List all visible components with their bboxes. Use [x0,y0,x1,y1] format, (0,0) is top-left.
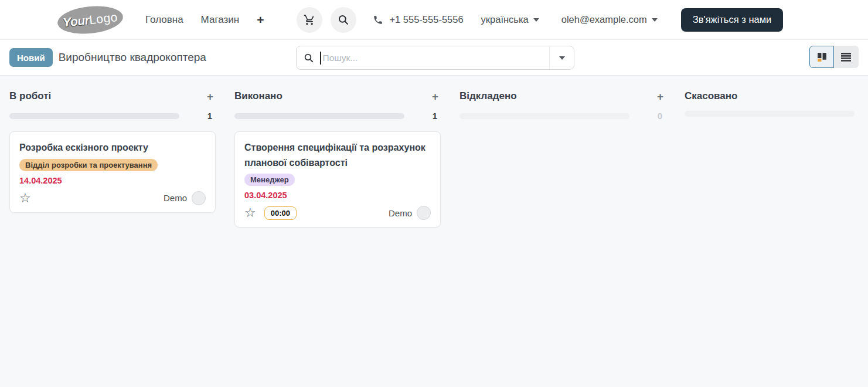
language-label: українська [481,14,529,25]
column-progress: 1 [9,111,216,121]
avatar[interactable] [417,206,431,220]
column-title: Виконано [234,90,282,102]
star-icon[interactable]: ☆ [19,192,31,205]
kanban-column-in-progress: В роботі + 1 Розробка ескізного проекту … [9,87,216,228]
column-progress [685,111,868,117]
card-deadline: 03.04.2025 [244,191,431,200]
search-filters-toggle[interactable] [549,46,574,69]
card-deadline: 14.04.2025 [19,176,206,185]
chevron-down-icon [533,18,539,22]
kanban-column-done: Виконано + 1 Створення специфікації та р… [234,87,441,228]
cart-button[interactable] [297,7,322,33]
assignee-name: Demo [164,193,187,203]
card-tag[interactable]: Менеджер [244,174,295,186]
star-icon[interactable]: ☆ [244,206,256,219]
column-progress-bar[interactable] [234,113,404,119]
timer-badge[interactable]: 00:00 [264,206,297,220]
assignee-name: Demo [389,208,412,218]
control-bar: Новий Виробництво квадрокоптера [0,40,868,76]
logo-text-bold: Your [62,13,90,30]
logo-text-light: Logo [88,10,118,27]
card-title: Розробка ескізного проекту [19,140,206,155]
kanban-view-icon [817,52,827,62]
kanban-column-postponed: Відкладено + 0 [459,87,666,228]
language-selector[interactable]: українська [481,14,539,25]
avatar[interactable] [192,191,206,205]
phone-link[interactable]: +1 555-555-5556 [373,14,463,25]
main-nav: Головна Магазин + [145,13,264,26]
card-tag[interactable]: Відділ розробки та проектування [19,159,158,171]
contact-us-button[interactable]: Зв'яжіться з нами [681,8,783,32]
list-view-icon [841,53,851,62]
column-title: Відкладено [459,90,517,102]
column-count: 1 [404,111,441,121]
kanban-card[interactable]: Розробка ескізного проекту Відділ розроб… [9,131,216,213]
column-count: 0 [629,111,666,121]
kanban-column-cancelled: Скасовано + [685,87,868,228]
account-email: oleh@example.com [561,14,647,25]
column-progress-bar[interactable] [9,113,179,119]
kanban-board: В роботі + 1 Розробка ескізного проекту … [0,76,868,228]
search-icon [338,14,349,26]
site-logo[interactable]: YourLogo [56,3,124,36]
new-record-button[interactable]: Новий [9,48,53,67]
cart-icon [304,14,315,26]
add-card-button[interactable]: + [430,91,441,102]
column-title: Скасовано [685,90,737,102]
chevron-down-icon [559,56,565,60]
column-count: 1 [179,111,216,121]
card-title: Створення специфікації та розрахунок пла… [244,140,431,170]
column-progress: 1 [234,111,441,121]
column-title: В роботі [9,90,51,102]
header-icon-group [297,7,356,33]
search-input[interactable] [321,53,550,63]
column-progress-bar[interactable] [685,111,855,117]
search-box[interactable] [296,46,574,70]
column-progress-bar[interactable] [459,113,629,119]
kanban-view-button[interactable] [809,46,834,68]
nav-home-link[interactable]: Головна [145,14,183,26]
add-card-button[interactable]: + [205,91,216,102]
search-icon [304,53,314,63]
nav-shop-link[interactable]: Магазин [201,14,240,26]
kanban-card[interactable]: Створення специфікації та розрахунок пла… [234,131,441,228]
account-selector[interactable]: oleh@example.com [561,14,658,25]
list-view-button[interactable] [834,46,859,68]
add-card-button[interactable]: + [655,91,666,102]
view-switcher [809,46,859,68]
phone-icon [373,15,383,25]
site-header: YourLogo Головна Магазин + [0,0,868,40]
page-title: Виробництво квадрокоптера [59,51,206,64]
add-page-icon[interactable]: + [257,13,264,26]
column-progress: 0 [459,111,666,121]
phone-number: +1 555-555-5556 [389,14,463,25]
chevron-down-icon [652,18,658,22]
search-button[interactable] [331,7,356,33]
